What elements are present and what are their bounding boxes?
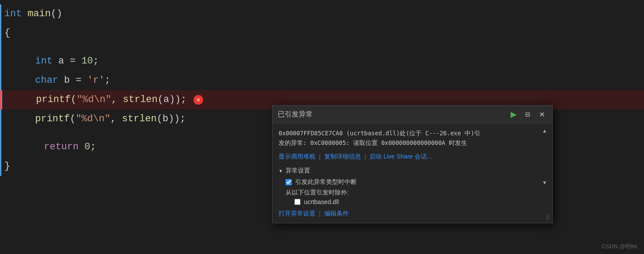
checkbox-break-label: 引发此异常类型时中断	[295, 178, 357, 186]
left-border	[0, 52, 1, 71]
left-border	[0, 4, 1, 24]
link-copy-details[interactable]: 复制详细信息	[324, 153, 361, 161]
error-line2: 发的异常: 0xC0000005: 读取位置 0x000000000000000…	[279, 139, 467, 146]
code-line-3	[0, 43, 644, 52]
popup-body: 0x00007FFD85CE7CA0 (ucrtbased.dll)处(位于 C…	[272, 123, 552, 223]
footer-separator: |	[319, 210, 321, 217]
error-message: 0x00007FFD85CE7CA0 (ucrtbased.dll)处(位于 C…	[279, 129, 541, 148]
code-line-1: int main ()	[0, 4, 644, 24]
left-border	[0, 138, 1, 157]
num-0: 0	[84, 138, 90, 157]
popup-close-button[interactable]: ✕	[537, 109, 547, 120]
exception-settings: ▼ 异常设置 引发此异常类型时中断 从以下位置引发时除外: ucrtbased.…	[279, 167, 541, 218]
fn-printf-1: printf	[36, 90, 71, 109]
keyword-int: int	[4, 4, 22, 24]
left-border	[0, 71, 1, 90]
settings-section-header[interactable]: ▼ 异常设置	[279, 167, 541, 175]
fn-strlen-1: strlen	[123, 90, 157, 109]
checkbox-row-break: 引发此异常类型时中断	[286, 178, 541, 186]
popup-play-button[interactable]: ▶	[508, 109, 519, 120]
left-border	[1, 90, 2, 109]
code-line-2: {	[0, 24, 644, 43]
left-border	[0, 129, 1, 138]
close-brace: }	[4, 157, 10, 176]
triangle-icon: ▼	[279, 169, 283, 173]
left-border	[0, 24, 1, 43]
popup-footer-links: 打开异常设置 | 编辑条件	[279, 210, 541, 218]
link-live-share[interactable]: 启动 Live Share 会话...	[369, 153, 432, 161]
error-icon[interactable]: ✕	[193, 95, 203, 105]
code-line-5: char b = 'r' ;	[0, 71, 644, 90]
resize-icon: ⣿	[546, 214, 550, 220]
str-format-2: "%d\n"	[75, 109, 110, 129]
settings-section-label: 异常设置	[286, 167, 310, 175]
scroll-down-arrow[interactable]: ▼	[543, 180, 546, 186]
fn-strlen-2: strlen	[122, 109, 157, 129]
fn-main: main	[28, 4, 51, 24]
exclude-label: 从以下位置引发时除外:	[286, 189, 541, 197]
separator-1: |	[319, 153, 321, 160]
popup-header: 已引发异常 ▶ ⊟ ✕	[272, 106, 552, 123]
link-edit-conditions[interactable]: 编辑条件	[324, 210, 349, 218]
dll-label: ucrtbased.dll	[304, 198, 339, 205]
link-call-stack[interactable]: 显示调用堆栈	[279, 153, 315, 161]
num-10: 10	[82, 52, 93, 71]
checkbox-dll[interactable]	[294, 199, 301, 205]
watermark: CSDN @明fei	[602, 243, 637, 250]
char-r: 'r'	[87, 71, 105, 90]
popup-links-row: 显示调用堆栈 | 复制详细信息 | 启动 Live Share 会话...	[279, 153, 541, 161]
separator-2: |	[365, 153, 366, 160]
left-border	[0, 43, 1, 52]
popup-action-buttons: ▶ ⊟ ✕	[508, 109, 547, 120]
error-line1: 0x00007FFD85CE7CA0 (ucrtbased.dll)处(位于 C…	[279, 130, 480, 137]
dll-row: ucrtbased.dll	[294, 198, 541, 205]
keyword-int-a: int	[35, 52, 53, 71]
popup-title: 已引发异常	[278, 110, 313, 119]
exception-popup: 已引发异常 ▶ ⊟ ✕ 0x00007FFD85CE7CA0 (ucrtbase…	[272, 105, 553, 223]
str-format-1: "%d\n"	[76, 90, 111, 109]
left-border	[0, 109, 1, 129]
popup-pin-button[interactable]: ⊟	[522, 109, 533, 120]
code-line-4: int a = 10 ;	[0, 52, 644, 71]
keyword-return: return	[44, 138, 79, 157]
resize-handle[interactable]: ⣿	[546, 214, 550, 220]
checkbox-break-on-exception[interactable]	[286, 179, 292, 185]
fn-printf-2: printf	[35, 109, 70, 129]
open-brace: {	[4, 24, 10, 43]
link-open-exception-settings[interactable]: 打开异常设置	[279, 210, 315, 218]
code-paren: ()	[51, 4, 62, 24]
keyword-char: char	[35, 71, 58, 90]
scroll-up-arrow[interactable]: ▲	[543, 129, 546, 134]
left-border	[0, 157, 1, 176]
code-space	[22, 4, 28, 24]
